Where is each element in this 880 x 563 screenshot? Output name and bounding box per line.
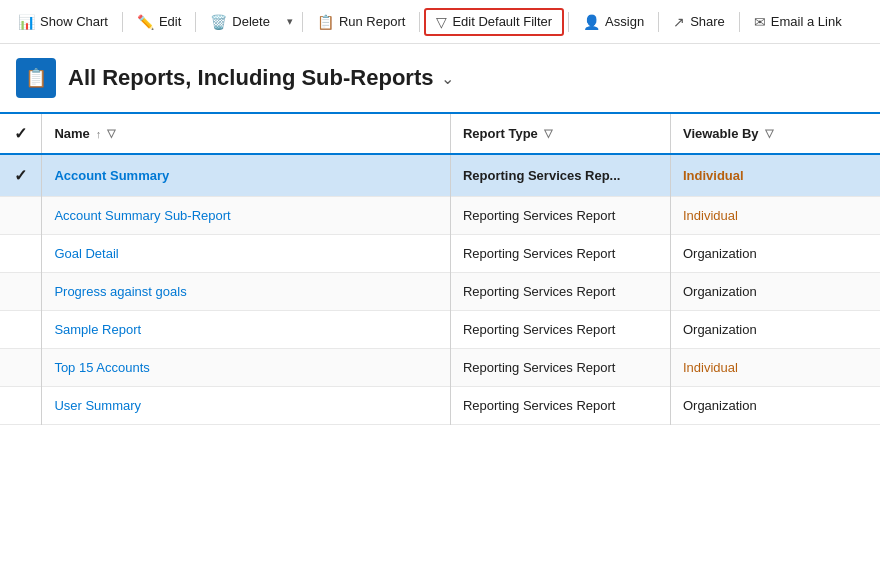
row-type-cell: Reporting Services Report <box>450 197 670 235</box>
report-type-value: Reporting Services Report <box>463 246 615 261</box>
name-filter-icon[interactable]: ▽ <box>107 127 115 140</box>
delete-button[interactable]: 🗑️ Delete <box>200 10 280 34</box>
reports-icon: 📋 <box>25 67 47 89</box>
viewable-by-value: Organization <box>683 322 757 337</box>
report-name-link[interactable]: Sample Report <box>54 322 141 337</box>
row-check-cell <box>0 235 42 273</box>
toolbar-divider-4 <box>419 12 420 32</box>
row-checkmark[interactable]: ✓ <box>14 167 27 184</box>
table-row[interactable]: Top 15 AccountsReporting Services Report… <box>0 349 880 387</box>
col-header-check: ✓ <box>0 113 42 154</box>
row-name-cell: Account Summary Sub-Report <box>42 197 451 235</box>
toolbar-divider-2 <box>195 12 196 32</box>
name-sort-icon[interactable]: ↑ <box>96 128 102 140</box>
report-type-value: Reporting Services Report <box>463 398 615 413</box>
toolbar-divider-5 <box>568 12 569 32</box>
row-viewable-cell: Individual <box>670 349 880 387</box>
report-name-link[interactable]: Progress against goals <box>54 284 186 299</box>
run-report-icon: 📋 <box>317 14 334 30</box>
header-dropdown-chevron[interactable]: ⌄ <box>441 69 454 88</box>
row-type-cell: Reporting Services Rep... <box>450 154 670 197</box>
row-name-cell: Goal Detail <box>42 235 451 273</box>
row-type-cell: Reporting Services Report <box>450 311 670 349</box>
row-check-cell <box>0 197 42 235</box>
toolbar-divider-3 <box>302 12 303 32</box>
show-chart-button[interactable]: 📊 Show Chart <box>8 10 118 34</box>
table-row[interactable]: Sample ReportReporting Services ReportOr… <box>0 311 880 349</box>
report-name-link[interactable]: Account Summary <box>54 168 169 183</box>
col-header-name: Name ↑ ▽ <box>42 113 451 154</box>
viewable-by-value: Organization <box>683 398 757 413</box>
report-name-link[interactable]: Goal Detail <box>54 246 118 261</box>
assign-icon: 👤 <box>583 14 600 30</box>
report-name-link[interactable]: Account Summary Sub-Report <box>54 208 230 223</box>
viewable-by-value: Organization <box>683 246 757 261</box>
run-report-button[interactable]: 📋 Run Report <box>307 10 415 34</box>
row-viewable-cell: Organization <box>670 273 880 311</box>
col-header-viewable: Viewable By ▽ <box>670 113 880 154</box>
reports-table-container: ✓ Name ↑ ▽ Report Type ▽ <box>0 112 880 425</box>
edit-default-filter-button[interactable]: ▽ Edit Default Filter <box>424 8 564 36</box>
assign-button[interactable]: 👤 Assign <box>573 10 654 34</box>
report-type-value: Reporting Services Rep... <box>463 168 621 183</box>
more-actions-button[interactable]: ▾ <box>282 11 298 32</box>
edit-icon: ✏️ <box>137 14 154 30</box>
email-link-button[interactable]: ✉ Email a Link <box>744 10 852 34</box>
row-type-cell: Reporting Services Report <box>450 387 670 425</box>
report-name-link[interactable]: Top 15 Accounts <box>54 360 149 375</box>
row-check-cell: ✓ <box>0 154 42 197</box>
row-viewable-cell: Organization <box>670 235 880 273</box>
table-row[interactable]: User SummaryReporting Services ReportOrg… <box>0 387 880 425</box>
table-header-row: ✓ Name ↑ ▽ Report Type ▽ <box>0 113 880 154</box>
row-check-cell <box>0 311 42 349</box>
report-type-value: Reporting Services Report <box>463 284 615 299</box>
table-row[interactable]: Account Summary Sub-ReportReporting Serv… <box>0 197 880 235</box>
toolbar: 📊 Show Chart ✏️ Edit 🗑️ Delete ▾ 📋 Run R… <box>0 0 880 44</box>
toolbar-divider-6 <box>658 12 659 32</box>
table-row[interactable]: Goal DetailReporting Services ReportOrga… <box>0 235 880 273</box>
row-type-cell: Reporting Services Report <box>450 349 670 387</box>
row-name-cell: Progress against goals <box>42 273 451 311</box>
page-header: 📋 All Reports, Including Sub-Reports ⌄ <box>0 44 880 112</box>
row-viewable-cell: Organization <box>670 311 880 349</box>
row-name-cell: Sample Report <box>42 311 451 349</box>
table-row[interactable]: Progress against goalsReporting Services… <box>0 273 880 311</box>
viewable-by-value: Organization <box>683 284 757 299</box>
report-type-value: Reporting Services Report <box>463 322 615 337</box>
header-title-row: All Reports, Including Sub-Reports ⌄ <box>68 65 454 91</box>
row-type-cell: Reporting Services Report <box>450 235 670 273</box>
row-name-cell: User Summary <box>42 387 451 425</box>
row-viewable-cell: Individual <box>670 154 880 197</box>
toolbar-divider-7 <box>739 12 740 32</box>
row-name-cell: Top 15 Accounts <box>42 349 451 387</box>
col-header-type: Report Type ▽ <box>450 113 670 154</box>
edit-button[interactable]: ✏️ Edit <box>127 10 191 34</box>
table-row[interactable]: ✓Account SummaryReporting Services Rep..… <box>0 154 880 197</box>
page-title: All Reports, Including Sub-Reports <box>68 65 433 91</box>
header-icon: 📋 <box>16 58 56 98</box>
row-check-cell <box>0 273 42 311</box>
table-body: ✓Account SummaryReporting Services Rep..… <box>0 154 880 425</box>
row-name-cell: Account Summary <box>42 154 451 197</box>
viewable-by-value: Individual <box>683 360 738 375</box>
reports-table: ✓ Name ↑ ▽ Report Type ▽ <box>0 112 880 425</box>
viewable-by-value: Individual <box>683 208 738 223</box>
type-filter-icon[interactable]: ▽ <box>544 127 552 140</box>
share-icon: ↗ <box>673 14 685 30</box>
chart-icon: 📊 <box>18 14 35 30</box>
row-check-cell <box>0 349 42 387</box>
row-viewable-cell: Organization <box>670 387 880 425</box>
filter-icon: ▽ <box>436 14 447 30</box>
email-icon: ✉ <box>754 14 766 30</box>
header-checkmark[interactable]: ✓ <box>14 125 27 142</box>
viewable-filter-icon[interactable]: ▽ <box>765 127 773 140</box>
delete-icon: 🗑️ <box>210 14 227 30</box>
report-type-value: Reporting Services Report <box>463 360 615 375</box>
viewable-by-value: Individual <box>683 168 744 183</box>
toolbar-divider-1 <box>122 12 123 32</box>
row-viewable-cell: Individual <box>670 197 880 235</box>
share-button[interactable]: ↗ Share <box>663 10 735 34</box>
row-check-cell <box>0 387 42 425</box>
row-type-cell: Reporting Services Report <box>450 273 670 311</box>
report-name-link[interactable]: User Summary <box>54 398 141 413</box>
